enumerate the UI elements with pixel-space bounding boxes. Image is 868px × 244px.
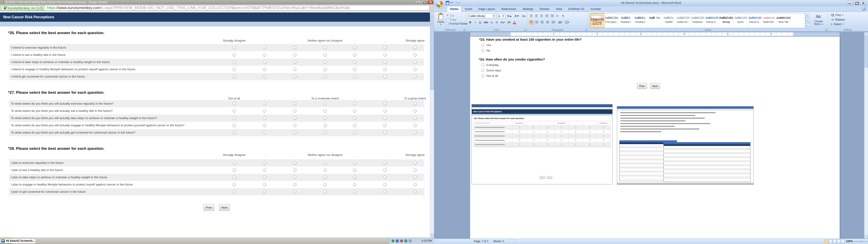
style-chip[interactable]: AaBbCcDc Strong [719,13,734,28]
radio-button[interactable] [413,131,417,134]
radio-button[interactable] [293,124,297,127]
ribbon-tab[interactable]: Review [537,6,553,12]
radio-button[interactable] [293,75,297,79]
radio-button[interactable] [323,116,327,120]
maximize-icon[interactable] [422,1,427,4]
radio-button[interactable] [383,53,387,57]
styles-gallery-scroll[interactable]: ▲ ▼ ▾ [806,13,809,28]
radio-button[interactable] [353,46,356,50]
subscript-button[interactable]: x₂ [490,20,494,25]
radio-button[interactable] [383,60,387,64]
radio-button[interactable] [383,131,387,134]
radio-button[interactable] [353,131,356,134]
radio-button[interactable] [383,124,387,127]
clock[interactable]: 4:10 PM [422,239,432,242]
radio-button[interactable] [413,176,417,179]
qat-dropdown-icon[interactable]: ▾ [459,2,460,4]
italic-button[interactable]: I [473,20,477,25]
redo-icon[interactable]: ↷ [455,1,458,4]
url-field[interactable]: SurveyMonkey, Inc [US] https://www.surve… [1,5,430,11]
radio-button[interactable] [413,102,417,105]
radio-button[interactable] [293,109,297,113]
radio-button[interactable] [293,190,297,194]
dialog-launcher-icon[interactable] [524,29,526,31]
radio-button[interactable] [383,116,387,120]
chat-icon[interactable] [404,240,407,242]
radio-button[interactable] [383,109,387,113]
radio-button[interactable] [353,67,356,71]
radio-button[interactable] [293,183,297,186]
radio-button[interactable] [232,176,236,179]
network-icon[interactable] [396,240,399,242]
close-icon[interactable] [860,1,866,5]
volume-icon[interactable] [409,240,412,242]
scrollbar-thumb[interactable] [430,16,434,90]
style-chip[interactable]: AaBbCcDi Emphasis [690,13,705,28]
chrome-titlebar[interactable]: [SURVEY PREVIEW MODE] New Cancer Risk Pe… [0,0,434,4]
proofing-icon[interactable] [510,240,514,243]
align-right-button[interactable] [540,20,545,25]
replace-button[interactable]: abReplace [831,18,845,21]
font-name-select[interactable]: Calibri (Body) [468,13,496,18]
radio-button[interactable] [263,53,266,57]
close-icon[interactable] [428,1,433,4]
format-painter-button[interactable]: Format Painter [446,22,468,25]
gallery-expand-icon[interactable]: ▾ [806,23,809,28]
radio-button[interactable] [232,183,236,186]
change-case-button[interactable]: Aa [500,20,506,25]
radio-button[interactable] [413,183,417,186]
radio-button[interactable] [353,190,356,194]
radio-button[interactable] [353,124,356,127]
style-chip[interactable]: AABBCCDC Book Title [776,13,791,28]
radio-button[interactable] [263,109,266,113]
radio-button[interactable] [323,161,327,165]
radio-button[interactable] [353,176,356,179]
word-scrollbar[interactable] [864,32,868,239]
office-button[interactable] [436,0,443,8]
document-page[interactable]: *23. Have you smoked at least 100 cigare… [470,37,840,239]
indent-marker-icon[interactable] [509,33,512,35]
radio-button[interactable] [263,168,266,172]
highlight-button[interactable]: ab [506,20,512,25]
radio-button[interactable] [413,161,417,165]
style-chip[interactable]: AaBbCc. Subtitle [662,13,676,28]
radio-button[interactable] [263,190,266,194]
dialog-launcher-icon[interactable] [825,29,827,31]
view-mode-buttons[interactable] [825,240,845,243]
radio-button[interactable] [383,46,387,50]
font-size-select[interactable]: 11 [497,13,505,18]
style-chip[interactable]: AaBbCcDi Subtle Em... [676,13,690,28]
radio-button[interactable] [353,60,356,64]
underline-button[interactable]: U [478,20,483,25]
radio-button[interactable] [263,124,266,127]
numbering-button[interactable] [534,13,539,18]
gallery-up-icon[interactable]: ▲ [806,13,809,18]
radio-button[interactable] [293,168,297,172]
radio-button[interactable] [413,124,417,127]
ribbon-tab[interactable]: Mailings [520,6,537,12]
multilevel-list-button[interactable] [539,13,544,18]
find-button[interactable]: Find [831,13,845,17]
bullets-button[interactable] [529,13,533,18]
taskbar-button[interactable]: #8 Attach2 Screensh... [0,238,36,244]
shading-button[interactable] [557,20,563,25]
radio-button[interactable] [263,67,266,71]
radio-button[interactable] [263,183,266,186]
radio-button[interactable] [413,46,417,50]
radio-button[interactable] [293,131,297,134]
style-chip[interactable]: AaBbCc. Heading 2 [633,13,647,28]
alert-icon[interactable] [400,240,403,242]
print-layout-icon[interactable] [825,240,829,243]
bold-button[interactable]: B [468,20,472,25]
radio-button[interactable] [383,190,387,194]
radio-button[interactable] [232,60,236,64]
next-button[interactable]: Next [219,204,230,211]
dialog-launcher-icon[interactable] [463,29,465,31]
style-chip[interactable]: AaBbCcDi Subtle Ref... [762,13,776,28]
strikethrough-button[interactable]: abe [483,20,489,25]
font-color-button[interactable]: A [512,20,517,25]
line-spacing-button[interactable] [551,20,557,25]
radio-button[interactable] [293,176,297,179]
radio-button[interactable] [293,46,297,50]
restore-icon[interactable] [853,1,860,5]
